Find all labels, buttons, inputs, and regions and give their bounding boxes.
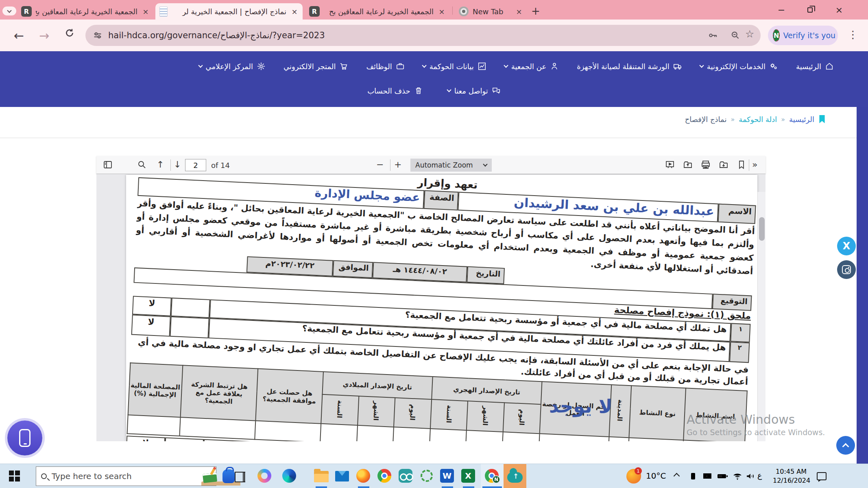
chrome-button[interactable] xyxy=(377,469,392,484)
ring-app-button[interactable] xyxy=(420,469,434,484)
language-indicator[interactable]: ع xyxy=(757,471,762,479)
word-button[interactable]: W xyxy=(440,469,455,484)
battery-tray-icon[interactable] xyxy=(717,471,728,483)
task-view-button[interactable] xyxy=(233,469,247,484)
zoom-out-button[interactable]: − xyxy=(376,159,384,170)
close-tab-icon[interactable]: × xyxy=(438,7,446,16)
close-tab-icon[interactable]: × xyxy=(142,7,150,16)
breadcrumb-separator: « xyxy=(731,115,735,123)
cast-screen-tray-icon[interactable] xyxy=(702,471,713,483)
sub-col-day: اليوم xyxy=(503,403,541,434)
profile-chip[interactable]: N Verify it's you xyxy=(768,26,838,45)
nav-item-eservices[interactable]: الخدمات الإلكترونية xyxy=(700,62,778,71)
passwords-key-icon[interactable] xyxy=(708,30,718,42)
next-page-button[interactable]: ↓ xyxy=(174,159,181,170)
nav-item-delete-account[interactable]: حذف الحساب xyxy=(367,86,423,95)
col-activity-type: نوع النشاط xyxy=(629,386,686,440)
chrome-profile-button[interactable]: N xyxy=(485,469,499,484)
url-text[interactable]: hail-hdca.org/governance/نماذج-الإفصاح/?… xyxy=(108,30,325,40)
browser-menu-icon[interactable]: ⋮ xyxy=(848,28,858,41)
profile-label: Verify it's you xyxy=(783,31,835,40)
sub-label: اليوم xyxy=(408,400,417,425)
back-button[interactable]: ← xyxy=(14,28,24,43)
start-button[interactable] xyxy=(9,471,20,482)
tab-3[interactable]: R الجمعية الخيرية لرعاية المعاقين بح × xyxy=(305,3,450,20)
nav-item-media-center[interactable]: المركز الإعلامي xyxy=(199,62,266,71)
scroll-to-top-button[interactable] xyxy=(836,436,855,455)
page-number-input[interactable] xyxy=(185,159,206,171)
close-tab-icon[interactable]: × xyxy=(515,7,523,16)
pdf-scrollbar[interactable] xyxy=(757,192,765,441)
nav-item-about[interactable]: عن الجمعية xyxy=(504,62,559,71)
tab-separator xyxy=(452,7,453,15)
new-tab-button[interactable]: + xyxy=(531,5,540,17)
weather-widget[interactable]: 1 xyxy=(626,469,641,484)
zoom-out-icon[interactable] xyxy=(730,30,741,42)
show-hidden-icons-chevron[interactable] xyxy=(674,473,680,479)
nav-label: المتجر الالكتروني xyxy=(284,62,336,71)
nav-item-home[interactable]: الرئيسية xyxy=(796,62,834,71)
excel-button[interactable]: X xyxy=(461,469,476,484)
zoom-select[interactable]: Automatic Zoom xyxy=(410,159,492,172)
twitter-x-button[interactable]: X xyxy=(837,237,856,255)
taskbar-search[interactable]: Type here to search xyxy=(36,466,216,486)
chevron-down-icon xyxy=(422,63,426,68)
task-view-icon xyxy=(234,470,246,482)
restore-button[interactable] xyxy=(800,2,819,17)
search-icon xyxy=(41,473,47,479)
nav-label: تواصل معنا xyxy=(454,87,488,95)
minimize-button[interactable]: − xyxy=(772,2,791,17)
volume-tray-icon[interactable] xyxy=(745,471,756,483)
nav-item-jobs[interactable]: الوظائف xyxy=(366,62,404,71)
file-explorer-button[interactable] xyxy=(314,469,329,484)
teal-app-button[interactable] xyxy=(399,469,413,484)
presentation-mode-button[interactable] xyxy=(665,160,675,172)
pdf-canvas-area[interactable]: تعهد وإقرار الاسم عبدالله بن علي بن سعد … xyxy=(96,174,765,441)
search-button[interactable] xyxy=(137,160,147,172)
previous-page-button[interactable]: ↑ xyxy=(157,159,164,170)
bookmark-star-icon[interactable]: ☆ xyxy=(745,28,754,40)
action-center-icon[interactable] xyxy=(817,472,827,480)
reload-button[interactable] xyxy=(64,27,75,41)
accessibility-widget-button[interactable] xyxy=(7,420,42,455)
cloud-upload-icon xyxy=(507,472,523,483)
zoom-in-button[interactable]: + xyxy=(394,159,401,170)
mail-button[interactable] xyxy=(335,469,350,484)
media-flower-icon xyxy=(257,62,266,71)
tab-4[interactable]: New Tab × xyxy=(455,3,527,20)
chevron-down-icon xyxy=(483,162,487,166)
close-tab-icon[interactable]: × xyxy=(290,7,299,16)
download-button[interactable] xyxy=(719,160,728,172)
site-info-icon[interactable] xyxy=(93,30,103,40)
taskbar-clock[interactable]: 10:45 AM 12/16/2024 xyxy=(773,467,809,485)
breadcrumb-home[interactable]: الرئيسية xyxy=(789,115,814,124)
nav-item-mobile-workshop[interactable]: الورشة المتنقلة لصيانة الأجهزة xyxy=(577,62,682,71)
cloud-upload-button[interactable] xyxy=(507,469,522,484)
more-tools-button[interactable]: » xyxy=(752,159,757,170)
wifi-tray-icon[interactable] xyxy=(732,471,743,483)
close-window-button[interactable]: × xyxy=(830,2,848,17)
sub-label: الشهر xyxy=(481,403,490,429)
current-view-bookmark-button[interactable] xyxy=(737,160,746,172)
pdf-scrollbar-thumb[interactable] xyxy=(759,217,765,241)
notification-badge: 1 xyxy=(635,467,642,475)
tab-2-active[interactable]: نماذج الإفصاح | الجمعية الخيرية لر × xyxy=(155,3,303,20)
edge-button[interactable] xyxy=(282,469,297,484)
open-file-button[interactable] xyxy=(683,160,693,172)
breadcrumb-governance-guides[interactable]: ادلة الحوكمة xyxy=(739,115,777,124)
forward-button[interactable]: → xyxy=(39,28,49,43)
print-button[interactable] xyxy=(701,160,711,172)
nav-item-store[interactable]: المتجر الالكتروني xyxy=(284,62,348,71)
nav-item-governance-data[interactable]: بيانات الحوكمة xyxy=(423,62,486,71)
address-bar[interactable]: hail-hdca.org/governance/نماذج-الإفصاح/?… xyxy=(85,25,761,46)
tab-1[interactable]: R الجمعية الخيرية لرعاية المعاقين بح × xyxy=(17,3,154,20)
instagram-button[interactable] xyxy=(837,260,856,279)
sidebar-toggle-button[interactable] xyxy=(103,160,113,172)
page-scrollbar[interactable] xyxy=(857,107,868,464)
temperature-label[interactable]: 10°C xyxy=(646,471,666,481)
nav-item-contact[interactable]: تواصل معنا xyxy=(447,86,501,95)
copilot-button[interactable] xyxy=(257,469,272,484)
tab-search-button[interactable] xyxy=(2,7,16,15)
device-tray-icon[interactable] xyxy=(688,471,698,483)
firefox-button[interactable] xyxy=(356,469,371,484)
